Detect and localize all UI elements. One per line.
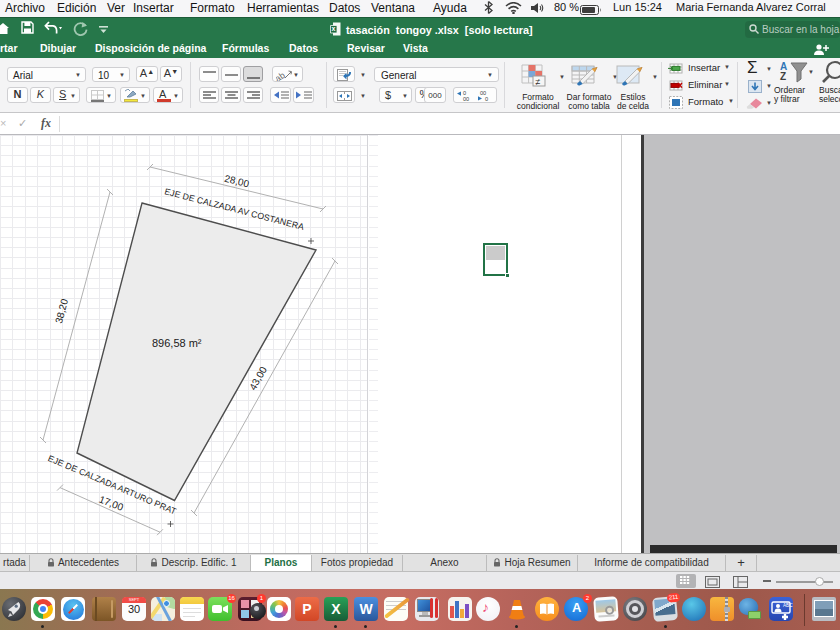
svg-text:ABC: ABC — [783, 603, 793, 608]
svg-text:00: 00 — [463, 96, 469, 101]
svg-text:38,20: 38,20 — [53, 297, 70, 324]
svg-text:28,00: 28,00 — [223, 173, 250, 190]
svg-text:ab: ab — [276, 70, 287, 81]
svg-text:896,58 m²: 896,58 m² — [152, 337, 202, 349]
svg-text:0: 0 — [485, 96, 488, 101]
svg-text:x: x — [331, 25, 335, 32]
svg-text:43,00: 43,00 — [247, 364, 269, 392]
svg-text:≠: ≠ — [536, 77, 541, 87]
